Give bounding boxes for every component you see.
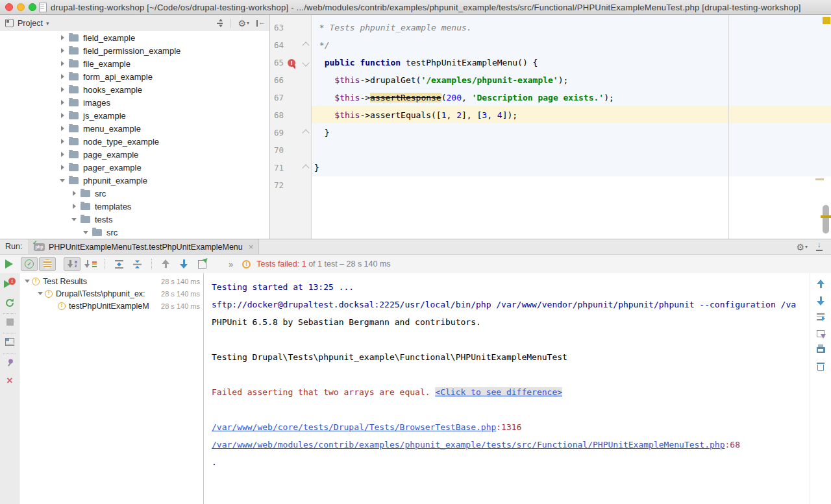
test-console[interactable]: Testing started at 13:25 ...sftp://docke… — [204, 273, 831, 504]
project-tree-item[interactable]: file_example — [0, 57, 269, 70]
code-line[interactable] — [312, 176, 831, 194]
code-line[interactable]: } — [312, 159, 831, 176]
tree-expand-arrow[interactable] — [81, 231, 91, 234]
project-tree-item[interactable]: phpunit_example — [0, 174, 269, 187]
console-link[interactable]: /var/www/web/modules/contrib/examples/ph… — [212, 440, 725, 450]
navigate-to-source-icon[interactable] — [216, 19, 224, 27]
print-button[interactable] — [810, 344, 831, 353]
project-tree-item[interactable]: page_example — [0, 148, 269, 161]
project-settings-button[interactable]: ⚙ ▾ — [238, 19, 249, 28]
hide-run-panel-button[interactable]: ↓ — [815, 243, 823, 251]
tree-expand-arrow[interactable] — [35, 292, 45, 295]
code-line[interactable]: */ — [312, 36, 831, 54]
project-tree-item[interactable]: node_type_example — [0, 135, 269, 148]
chevron-down-icon[interactable]: ▾ — [46, 20, 49, 27]
hide-panel-button[interactable]: ← — [256, 19, 264, 27]
gear-icon[interactable]: ⚙ — [238, 19, 246, 28]
sort-by-duration-button[interactable] — [82, 257, 99, 271]
rerun-failed-test-icon[interactable]: ! — [288, 59, 295, 67]
sort-alphabetically-toggle[interactable]: az — [64, 257, 81, 271]
tree-expand-arrow[interactable] — [69, 191, 79, 196]
stop-icon — [6, 318, 14, 326]
code-layer[interactable]: * Tests phpunit_example menus. */ public… — [312, 15, 831, 239]
tree-expand-arrow[interactable] — [22, 280, 32, 283]
test-tree-item[interactable]: !testPhpUnitExampleM28 s 140 ms — [19, 300, 203, 312]
tree-expand-arrow[interactable] — [57, 139, 68, 144]
project-panel-title[interactable]: Project — [18, 19, 43, 28]
tree-expand-arrow[interactable] — [57, 126, 68, 131]
rerun-failed-tests-button[interactable]: ! — [0, 278, 19, 289]
close-tab-icon[interactable]: × — [249, 243, 254, 251]
editor[interactable]: 636465!66676869707172 * Tests phpunit_ex… — [270, 15, 831, 239]
tree-expand-arrow[interactable] — [57, 179, 68, 182]
code-line[interactable]: * Tests phpunit_example menus. — [312, 19, 831, 36]
code-line[interactable]: public function testPhpUnitExampleMenu()… — [312, 54, 831, 71]
tree-expand-arrow[interactable] — [57, 35, 68, 40]
console-link[interactable]: <Click to see difference> — [435, 387, 562, 397]
folder-icon — [69, 138, 79, 145]
project-tree-item[interactable]: src — [0, 187, 269, 200]
scroll-up-button[interactable] — [810, 280, 831, 289]
error-stripe-mark[interactable] — [821, 215, 831, 218]
tree-expand-arrow[interactable] — [57, 74, 68, 79]
code-token: ->drupalGet( — [360, 75, 421, 85]
tree-expand-arrow[interactable] — [57, 87, 68, 92]
code-line[interactable]: $this->assertEquals([1, 2], [3, 4]); — [312, 106, 831, 124]
tree-expand-arrow[interactable] — [57, 61, 68, 66]
tree-expand-arrow[interactable] — [69, 204, 79, 209]
rerun-button[interactable] — [5, 259, 13, 269]
pin-tab-button[interactable] — [0, 357, 19, 368]
expand-all-button[interactable] — [110, 257, 127, 271]
project-tree-item[interactable]: form_api_example — [0, 70, 269, 83]
scroll-down-button[interactable] — [810, 296, 831, 306]
toggle-auto-test-button[interactable] — [0, 298, 19, 308]
project-tree-item[interactable]: src — [0, 226, 269, 239]
project-tree-item[interactable]: menu_example — [0, 122, 269, 135]
close-window-button[interactable] — [5, 3, 13, 11]
zoom-window-button[interactable] — [29, 3, 36, 11]
run-settings-button[interactable]: ⚙ ▾ — [796, 243, 808, 252]
import-test-results-button[interactable] — [193, 257, 210, 271]
inspection-status-indicator[interactable] — [823, 17, 830, 24]
collapse-all-button[interactable] — [129, 257, 145, 271]
project-tree-item[interactable]: field_permission_example — [0, 44, 269, 57]
previous-failed-test-button[interactable] — [157, 257, 174, 271]
project-tree-item[interactable]: hooks_example — [0, 83, 269, 96]
project-tree-item[interactable]: tests — [0, 213, 269, 226]
stop-button[interactable] — [0, 318, 19, 326]
run-tab[interactable]: php ✓ PHPUnitExampleMenuTest.testPhpUnit… — [29, 239, 259, 254]
error-stripe-mark[interactable] — [815, 178, 824, 180]
soft-wrap-button[interactable] — [810, 313, 831, 321]
close-icon: × — [6, 376, 12, 386]
code-line[interactable]: $this->assertResponse(200, 'Description … — [312, 89, 831, 106]
test-tree-item[interactable]: !Test Results28 s 140 ms — [19, 275, 203, 287]
tree-expand-arrow[interactable] — [57, 48, 68, 53]
project-tree-item[interactable]: templates — [0, 200, 269, 213]
tree-expand-arrow[interactable] — [57, 113, 68, 118]
console-link[interactable]: /var/www/web/core/tests/Drupal/Tests/Bro… — [212, 422, 496, 432]
gear-icon[interactable]: ⚙ — [796, 243, 804, 252]
restore-layout-button[interactable] — [0, 338, 19, 346]
scroll-to-end-button[interactable] — [810, 330, 831, 337]
next-failed-test-button[interactable] — [175, 257, 192, 271]
code-line[interactable]: } — [312, 124, 831, 141]
minimize-window-button[interactable] — [17, 3, 25, 11]
clear-console-button[interactable] — [810, 363, 831, 371]
project-tree-item[interactable]: field_example — [0, 31, 269, 44]
tree-expand-arrow[interactable] — [69, 218, 79, 221]
tree-item-label: file_example — [83, 59, 130, 69]
more-actions-chevrons[interactable]: » — [229, 259, 233, 269]
project-tree-item[interactable]: images — [0, 96, 269, 109]
show-passed-toggle[interactable]: ✓ — [21, 257, 38, 271]
show-ignored-toggle[interactable] — [39, 257, 56, 271]
test-tree-item[interactable]: !Drupal\Tests\phpunit_ex:28 s 140 ms — [19, 287, 203, 300]
project-tree-item[interactable]: pager_example — [0, 161, 269, 174]
project-tree-item[interactable]: js_example — [0, 109, 269, 122]
close-run-panel-button[interactable]: × — [0, 376, 19, 386]
tree-expand-arrow[interactable] — [57, 165, 68, 170]
code-line[interactable]: $this->drupalGet('/examples/phpunit-exam… — [312, 71, 831, 89]
editor-scrollbar[interactable] — [823, 205, 829, 234]
code-line[interactable] — [312, 141, 831, 159]
tree-expand-arrow[interactable] — [57, 152, 68, 157]
tree-expand-arrow[interactable] — [57, 100, 68, 105]
